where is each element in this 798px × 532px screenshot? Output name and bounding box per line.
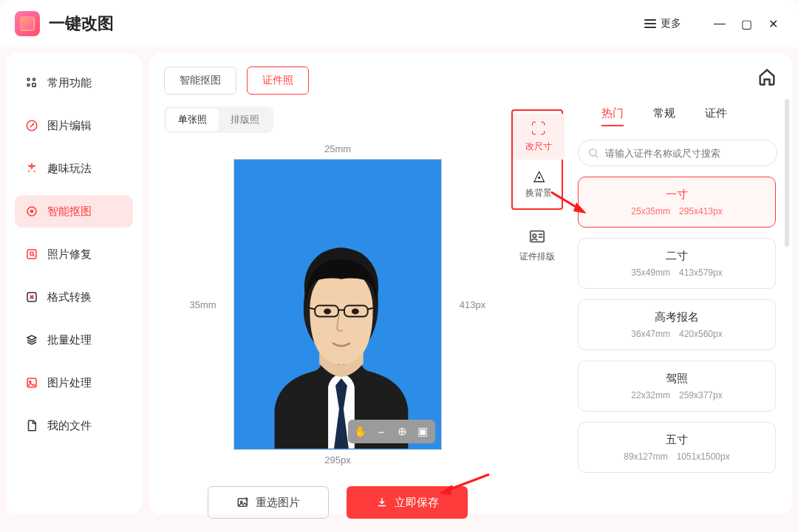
vtool-background[interactable]: ◬ 换背景 <box>513 160 565 205</box>
preset-px: 1051x1500px <box>677 451 730 462</box>
dim-left: 35mm <box>183 299 223 310</box>
vertical-tools: ⛶ 改尺寸 ◬ 换背景 证件排版 <box>511 106 563 519</box>
sidebar-item-fun[interactable]: 趣味玩法 <box>15 152 133 185</box>
size-panel: 热门 常规 证件 一寸 25x35mm295x413px 二寸 35x49mm4… <box>578 106 777 519</box>
mode-id-photo[interactable]: 证件照 <box>247 66 309 95</box>
hand-tool-icon[interactable]: ✋ <box>351 423 370 440</box>
fit-icon[interactable]: ▣ <box>413 423 432 440</box>
home-icon <box>757 66 777 87</box>
edit-icon <box>25 119 38 132</box>
hamburger-icon <box>644 19 656 28</box>
home-button[interactable] <box>757 66 777 87</box>
mode-smart-cutout[interactable]: 智能抠图 <box>164 66 236 95</box>
target-icon <box>25 205 38 218</box>
rtab-hot[interactable]: 热门 <box>601 106 624 126</box>
svg-line-27 <box>596 155 598 157</box>
stack-icon <box>25 333 38 347</box>
preview-toolbar: ✋ − ⊕ ▣ <box>348 420 435 443</box>
search-icon <box>587 147 599 159</box>
sidebar-item-label: 批量处理 <box>47 333 92 347</box>
more-label: 更多 <box>661 17 681 30</box>
svg-point-6 <box>30 210 34 214</box>
vtool-id-layout[interactable]: 证件排版 <box>511 223 563 269</box>
id-photo-preview: ✋ − ⊕ ▣ <box>233 159 442 450</box>
maximize-button[interactable]: ▢ <box>736 13 757 34</box>
preset-name: 二寸 <box>586 249 768 263</box>
file-icon <box>25 419 38 432</box>
rtab-normal[interactable]: 常规 <box>653 106 675 126</box>
preset-item[interactable]: 二寸 35x49mm413x579px <box>578 238 776 289</box>
svg-point-1 <box>33 78 35 81</box>
sidebar-item-restore[interactable]: 照片修复 <box>15 238 133 270</box>
dim-bottom: 295px <box>164 454 511 466</box>
preset-item[interactable]: 驾照 22x32mm259x377px <box>578 361 776 412</box>
vtool-label: 换背景 <box>525 187 552 200</box>
preset-mm: 22x32mm <box>631 390 670 400</box>
sidebar: 常用功能 图片编辑 趣味玩法 智能抠图 照片修复 格式转换 批量处理 图片处理 <box>6 53 142 514</box>
preset-mm: 89x127mm <box>624 451 667 462</box>
sidebar-item-common[interactable]: 常用功能 <box>15 66 133 99</box>
resize-icon: ⛶ <box>531 120 546 137</box>
svg-point-23 <box>533 234 536 238</box>
sidebar-item-label: 图片编辑 <box>47 119 92 133</box>
svg-point-13 <box>324 309 331 315</box>
save-label: 立即保存 <box>395 496 439 510</box>
sidebar-item-label: 智能抠图 <box>47 205 92 219</box>
rtab-id[interactable]: 证件 <box>705 106 727 126</box>
preset-mm: 35x49mm <box>631 267 670 278</box>
size-search[interactable] <box>578 140 777 166</box>
sparkle-icon <box>25 162 38 175</box>
preset-px: 413x579px <box>679 267 723 278</box>
paint-bucket-icon: ◬ <box>533 166 545 184</box>
sidebar-item-files[interactable]: 我的文件 <box>15 409 133 442</box>
sidebar-item-batch[interactable]: 批量处理 <box>15 324 133 356</box>
vtool-label: 证件排版 <box>519 250 555 263</box>
close-button[interactable]: ✕ <box>763 13 783 34</box>
image-swap-icon <box>236 496 250 509</box>
svg-point-12 <box>30 381 31 382</box>
sidebar-item-edit[interactable]: 图片编辑 <box>15 109 133 142</box>
vtools-highlight-box: ⛶ 改尺寸 ◬ 换背景 <box>511 109 563 210</box>
dim-right: 413px <box>452 299 493 310</box>
reselect-label: 重选图片 <box>256 496 300 510</box>
zoom-out-icon[interactable]: − <box>372 423 391 440</box>
save-button[interactable]: 立即保存 <box>347 486 468 519</box>
svg-rect-3 <box>33 83 36 87</box>
preset-px: 420x560px <box>679 329 723 339</box>
subtab-single[interactable]: 单张照 <box>166 109 219 131</box>
svg-point-8 <box>30 252 34 256</box>
restore-icon <box>25 248 38 261</box>
sidebar-item-cutout[interactable]: 智能抠图 <box>15 195 133 228</box>
svg-point-0 <box>27 78 30 81</box>
vtool-resize[interactable]: ⛶ 改尺寸 <box>513 114 565 160</box>
sidebar-item-process[interactable]: 图片处理 <box>15 366 133 399</box>
svg-rect-7 <box>27 250 36 259</box>
preset-name: 驾照 <box>586 372 768 386</box>
convert-icon <box>25 290 38 304</box>
sidebar-item-label: 常用功能 <box>47 76 92 90</box>
subtab-layout[interactable]: 排版照 <box>219 109 271 131</box>
minimize-button[interactable]: — <box>709 13 730 34</box>
titlebar: 一键改图 更多 — ▢ ✕ <box>0 0 798 47</box>
id-layout-icon <box>529 229 545 248</box>
download-icon <box>375 496 389 509</box>
preset-px: 259x377px <box>679 390 723 400</box>
preset-item[interactable]: 高考报名 36x47mm420x560px <box>578 299 776 350</box>
sidebar-item-convert[interactable]: 格式转换 <box>15 281 133 313</box>
preview-column: 单张照 排版照 25mm 35mm <box>164 106 511 519</box>
preset-name: 一寸 <box>586 188 768 202</box>
preset-item[interactable]: 五寸 89x127mm1051x1500px <box>578 422 776 473</box>
reselect-button[interactable]: 重选图片 <box>208 486 329 519</box>
preset-item[interactable]: 一寸 25x35mm295x413px <box>578 177 776 228</box>
sidebar-item-label: 格式转换 <box>47 290 92 304</box>
size-search-input[interactable] <box>605 148 768 159</box>
more-menu-button[interactable]: 更多 <box>644 17 681 30</box>
svg-point-26 <box>590 149 596 156</box>
preset-name: 五寸 <box>586 433 768 447</box>
app-title: 一键改图 <box>49 13 644 35</box>
svg-point-10 <box>30 296 34 299</box>
main-scrollbar[interactable] <box>785 99 789 508</box>
zoom-in-icon[interactable]: ⊕ <box>392 423 412 440</box>
svg-point-14 <box>352 309 359 315</box>
portrait-figure <box>234 160 441 449</box>
